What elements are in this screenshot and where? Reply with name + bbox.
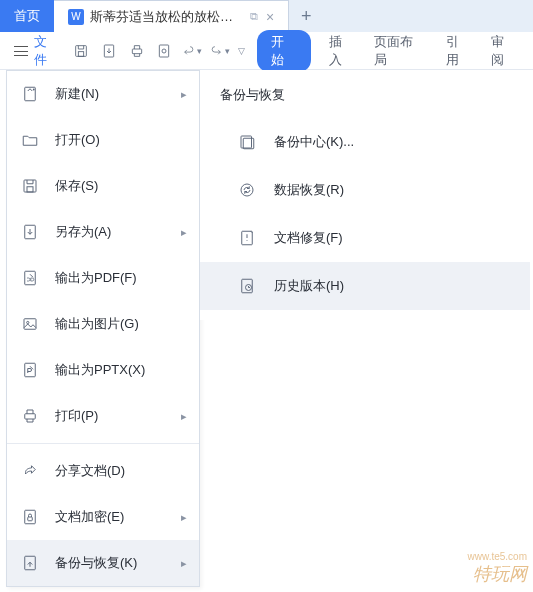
caret-down-icon[interactable]: ▾	[197, 46, 202, 56]
file-menu-share[interactable]: 分享文档(D)	[7, 448, 199, 494]
file-menu-encrypt[interactable]: 文档加密(E)▸	[7, 494, 199, 540]
tab-close-icon[interactable]: ×	[266, 9, 274, 25]
backup-icon	[19, 554, 41, 572]
save-icon[interactable]	[71, 41, 91, 61]
file-menu-pptx[interactable]: 输出为PPTX(X)	[7, 347, 199, 393]
file-menu-label: 分享文档(D)	[55, 462, 187, 480]
file-menu-button[interactable]: 文件	[6, 29, 67, 73]
file-menu-new[interactable]: 新建(N)▸	[7, 71, 199, 117]
print-icon[interactable]	[127, 41, 147, 61]
ribbon-review[interactable]: 审阅	[481, 33, 527, 69]
image-icon	[19, 315, 41, 333]
tab-bar: 首页 W 斯蒂芬适当放松的放松的.docx ⧉ × +	[0, 0, 533, 32]
chevron-right-icon: ▸	[181, 511, 187, 524]
file-menu-label: 备份与恢复(K)	[55, 554, 181, 572]
data-recover-icon	[236, 181, 258, 199]
file-menu-label: 打印(P)	[55, 407, 181, 425]
open-icon	[19, 131, 41, 149]
file-menu-label: 保存(S)	[55, 177, 187, 195]
preview-icon[interactable]	[155, 41, 175, 61]
ribbon-start[interactable]: 开始	[257, 30, 311, 72]
submenu-backup-center[interactable]: 备份中心(K)...	[200, 118, 530, 166]
hamburger-icon	[14, 46, 28, 56]
backup-submenu: 备份与恢复 备份中心(K)...数据恢复(R)文档修复(F)历史版本(H)	[200, 70, 530, 320]
file-label: 文件	[34, 33, 60, 69]
file-menu-label: 文档加密(E)	[55, 508, 181, 526]
toolbar: 文件 ▾ ▾ ▽ 开始 插入 页面布局 引用 审阅	[0, 32, 533, 70]
saveas-icon	[19, 223, 41, 241]
tab-document[interactable]: W 斯蒂芬适当放松的放松的.docx ⧉ ×	[54, 0, 289, 32]
chevron-right-icon: ▸	[181, 226, 187, 239]
overflow-caret-icon[interactable]: ▽	[238, 46, 245, 56]
submenu-label: 数据恢复(R)	[274, 181, 344, 199]
encrypt-icon	[19, 508, 41, 526]
file-menu-open[interactable]: 打开(O)	[7, 117, 199, 163]
file-menu-label: 另存为(A)	[55, 223, 181, 241]
print-icon	[19, 407, 41, 425]
share-icon	[19, 462, 41, 480]
file-menu-backup[interactable]: 备份与恢复(K)▸	[7, 540, 199, 586]
ribbon-insert[interactable]: 插入	[319, 33, 365, 69]
save-icon	[19, 177, 41, 195]
chevron-right-icon: ▸	[181, 557, 187, 570]
submenu-label: 文档修复(F)	[274, 229, 343, 247]
pptx-icon	[19, 361, 41, 379]
file-menu-label: 输出为图片(G)	[55, 315, 187, 333]
file-menu-label: 打开(O)	[55, 131, 187, 149]
file-menu-label: 输出为PPTX(X)	[55, 361, 187, 379]
redo-button[interactable]: ▾	[210, 41, 230, 61]
submenu-label: 历史版本(H)	[274, 277, 344, 295]
file-menu-label: 新建(N)	[55, 85, 181, 103]
tab-home[interactable]: 首页	[0, 0, 54, 32]
device-icon[interactable]: ⧉	[250, 10, 258, 23]
file-menu-saveas[interactable]: 另存为(A)▸	[7, 209, 199, 255]
caret-down-icon[interactable]: ▾	[225, 46, 230, 56]
file-menu-save[interactable]: 保存(S)	[7, 163, 199, 209]
watermark-url: www.te5.com	[468, 551, 527, 562]
word-doc-icon: W	[68, 9, 84, 25]
ribbon-page-layout[interactable]: 页面布局	[364, 33, 435, 69]
tab-new[interactable]: +	[289, 0, 323, 32]
menu-separator	[7, 443, 199, 444]
file-menu: 新建(N)▸打开(O)保存(S)另存为(A)▸输出为PDF(F)输出为图片(G)…	[6, 70, 200, 587]
submenu-label: 备份中心(K)...	[274, 133, 354, 151]
submenu-history[interactable]: 历史版本(H)	[200, 262, 530, 310]
export-icon[interactable]	[99, 41, 119, 61]
backup-center-icon	[236, 133, 258, 151]
chevron-right-icon: ▸	[181, 88, 187, 101]
doc-repair-icon	[236, 229, 258, 247]
submenu-data-recover[interactable]: 数据恢复(R)	[200, 166, 530, 214]
chevron-right-icon: ▸	[181, 410, 187, 423]
submenu-title: 备份与恢复	[200, 80, 530, 118]
new-icon	[19, 85, 41, 103]
file-menu-image[interactable]: 输出为图片(G)	[7, 301, 199, 347]
pdf-icon	[19, 269, 41, 287]
history-icon	[236, 277, 258, 295]
undo-button[interactable]: ▾	[182, 41, 202, 61]
file-menu-pdf[interactable]: 输出为PDF(F)	[7, 255, 199, 301]
ribbon-references[interactable]: 引用	[436, 33, 482, 69]
file-menu-label: 输出为PDF(F)	[55, 269, 187, 287]
file-menu-print[interactable]: 打印(P)▸	[7, 393, 199, 439]
tab-document-title: 斯蒂芬适当放松的放松的.docx	[90, 8, 240, 26]
submenu-doc-repair[interactable]: 文档修复(F)	[200, 214, 530, 262]
watermark: 特玩网	[473, 562, 527, 586]
